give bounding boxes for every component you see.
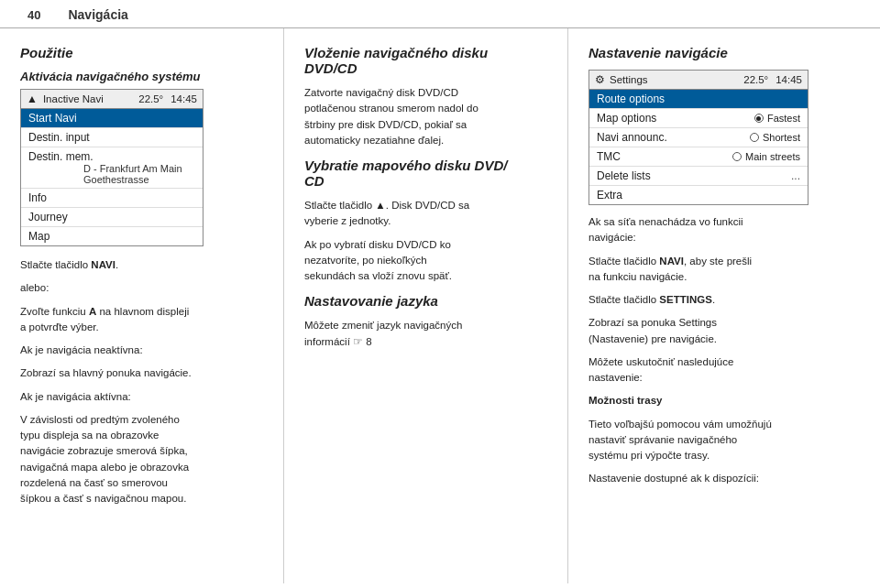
radio-main-streets-label: Main streets: [745, 151, 800, 162]
menu-item-journey[interactable]: Journey: [21, 208, 203, 227]
body-text-1b: alebo:: [20, 280, 263, 296]
body-text-1a: Stlačte tlačidlo NAVI.: [20, 257, 263, 273]
body-text-3b: Stlačte tlačidlo NAVI, aby ste prešlina …: [588, 254, 860, 286]
page-title: Navigácia: [68, 7, 127, 22]
settings-row-navi-announc[interactable]: Navi announc. Shortest: [589, 128, 808, 147]
navi-time: 14:45: [170, 93, 197, 104]
body-text-3h: Nastavenie dostupné ak k dispozícii:: [588, 471, 860, 486]
settings-row-delete-lists[interactable]: Delete lists ...: [589, 167, 808, 186]
subsection-title-1: Aktivácia navigačného systému: [20, 70, 263, 83]
body-text-3e: Môžete uskutočniť nasledujúcenastavenie:: [588, 354, 860, 387]
settings-row-map-options[interactable]: Map options Fastest: [589, 109, 808, 128]
column-2: Vloženie navigačného diskuDVD/CD Zatvort…: [284, 28, 568, 583]
section-title-2a: Vloženie navigačného diskuDVD/CD: [304, 45, 547, 76]
settings-degree: 22.5°: [743, 74, 768, 85]
extra-label: Extra: [597, 189, 800, 201]
settings-icon: ⚙: [595, 73, 605, 86]
body-text-3f: Možnosti trasy: [588, 393, 860, 408]
body-text-3d: Zobrazí sa ponuka Settings(Nastavenie) p…: [588, 315, 860, 347]
radio-shortest-circle: [750, 133, 759, 142]
settings-widget: ⚙ Settings 22.5° 14:45 Route options Map…: [588, 70, 808, 205]
navi-degree: 22.5°: [138, 93, 163, 104]
radio-fastest[interactable]: Fastest: [754, 113, 800, 124]
radio-fastest-circle: [754, 114, 764, 123]
navi-announc-label: Navi announc.: [597, 131, 750, 144]
column-3: Nastavenie navigácie ⚙ Settings 22.5° 14…: [568, 28, 880, 583]
menu-item-map[interactable]: Map: [21, 227, 203, 245]
settings-label: Settings: [610, 74, 743, 85]
section-title-2b: Vybratie mapového disku DVD/CD: [304, 158, 547, 189]
body-text-1f: Ak je navigácia aktívna:: [20, 389, 263, 405]
section-title-3: Nastavenie navigácie: [588, 45, 860, 60]
settings-header: ⚙ Settings 22.5° 14:45: [589, 71, 808, 90]
page-number: 40: [28, 8, 40, 22]
tmc-label: TMC: [597, 150, 732, 163]
body-text-3g: Tieto voľbajšú pomocou vám umožňujúnasta…: [588, 417, 860, 464]
navi-arrow-icon: ▲: [27, 93, 38, 105]
body-text-3a: Ak sa síťa nenachádza vo funkciinavigáci…: [588, 214, 860, 246]
body-text-2b: Stlačte tlačidlo ▲. Disk DVD/CD savyberi…: [304, 198, 547, 230]
radio-fastest-label: Fastest: [767, 113, 800, 124]
delete-lists-label: Delete lists: [597, 169, 791, 182]
body-text-2a: Zatvorte navigačný disk DVD/CDpotlačenou…: [304, 85, 547, 148]
settings-time: 14:45: [776, 74, 802, 85]
menu-item-info[interactable]: Info: [21, 189, 203, 208]
column-1: Použitie Aktivácia navigačného systému ▲…: [0, 28, 284, 583]
nav-widget: ▲ Inactive Navi 22.5° 14:45 Start Navi D…: [20, 89, 204, 246]
settings-row-route-options[interactable]: Route options: [589, 90, 808, 109]
body-text-1d: Ak je navigácia neaktívna:: [20, 343, 263, 358]
menu-item-destin-mem[interactable]: Destin. mem. D - Frankfurt Am Main Goeth…: [21, 147, 203, 189]
radio-main-streets-circle: [732, 152, 742, 161]
delete-lists-dots: ...: [791, 169, 800, 182]
body-text-1c: Zvoľte funkciu A na hlavnom displejia po…: [20, 304, 263, 336]
navi-label: Inactive Navi: [43, 93, 138, 104]
radio-main-streets[interactable]: Main streets: [732, 151, 800, 162]
content-area: Použitie Aktivácia navigačného systému ▲…: [0, 28, 880, 583]
radio-shortest[interactable]: Shortest: [750, 132, 800, 143]
menu-item-destin-input[interactable]: Destin. input: [21, 128, 203, 147]
body-text-3c: Stlačte tlačidlo SETTINGS.: [588, 292, 860, 308]
section-title-2c: Nastavovanie jazyka: [304, 293, 547, 309]
settings-row-extra[interactable]: Extra: [589, 186, 808, 204]
body-text-2d: Môžete zmeniť jazyk navigačnýchinformáci…: [304, 318, 547, 350]
radio-shortest-label: Shortest: [763, 132, 800, 143]
map-options-label: Map options: [597, 112, 754, 125]
settings-row-tmc[interactable]: TMC Main streets: [589, 147, 808, 167]
body-text-2c: Ak po vybratí disku DVD/CD konezatvoríte…: [304, 237, 547, 285]
body-text-1g: V závislosti od predtým zvolenéhotypu di…: [20, 412, 263, 507]
menu-item-start-navi[interactable]: Start Navi: [21, 109, 203, 128]
route-options-label: Route options: [597, 93, 800, 105]
nav-widget-header: ▲ Inactive Navi 22.5° 14:45: [21, 90, 203, 109]
section-title-1: Použitie: [20, 45, 263, 60]
page-header: 40 Navigácia: [0, 0, 880, 28]
body-text-1e: Zobrazí sa hlavný ponuka navigácie.: [20, 365, 263, 381]
